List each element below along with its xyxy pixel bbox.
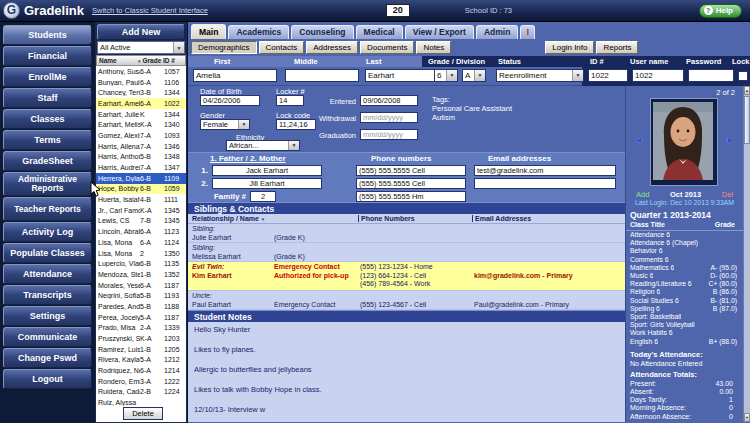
sub-tab-button[interactable]: Demographics <box>191 41 257 54</box>
password-field[interactable] <box>688 69 734 82</box>
scrollbar-thumb[interactable] <box>744 96 750 144</box>
student-row[interactable]: Herrera, Dylan 6-B 1109 <box>96 173 186 184</box>
student-row[interactable]: Mendoza, Steven 1-B 1352 <box>96 269 186 280</box>
student-row[interactable]: Harris, Allena 7-A 1346 <box>96 141 186 152</box>
action-button[interactable]: Login Info <box>545 41 594 54</box>
entered-field[interactable]: 09/06/2008 <box>360 95 418 106</box>
lock-code-field[interactable]: 11,24,16 <box>276 119 316 130</box>
student-row[interactable]: Lewis, CS 7-B 1345 <box>96 216 186 227</box>
student-row[interactable]: Rondero, Emma 3-A 1222 <box>96 376 186 387</box>
family-number-field[interactable]: 2 <box>250 191 276 202</box>
student-row[interactable]: Chancey, Terry D 3-B 1344 <box>96 87 186 98</box>
student-row[interactable]: Ramirez, Luis 1-B 1205 <box>96 344 186 355</box>
contacts-column-name[interactable]: Relationship / Name <box>188 215 358 222</box>
student-row[interactable]: Morales, Yesenia 6-A 1187 <box>96 280 186 291</box>
main-tab[interactable]: Academics <box>228 25 289 39</box>
student-row[interactable]: Perea, Jocelyn 5-A 1187 <box>96 312 186 323</box>
student-row[interactable]: Lincoln, Abraham B 6-A 1123 <box>96 226 186 237</box>
main-tab[interactable]: View / Export <box>405 25 474 39</box>
sidebar-item[interactable]: Attendance <box>3 264 92 284</box>
sidebar-item[interactable]: Activity Log <box>3 222 92 242</box>
sidebar-item[interactable]: Students <box>3 25 92 45</box>
sidebar-item[interactable]: Communicate <box>3 327 92 347</box>
sidebar-item[interactable]: Administrative Reports <box>3 172 92 196</box>
student-row[interactable]: Bunyan, Paul 6-A 1106 <box>96 77 186 88</box>
division-select[interactable]: A <box>462 69 486 82</box>
family-phone-field[interactable]: (555) 555.5555 Hm <box>356 191 466 202</box>
student-row[interactable]: Earhart, Julie K 1344 <box>96 109 186 120</box>
sub-tab-button[interactable]: Addresses <box>306 41 358 54</box>
chevron-down-icon[interactable] <box>572 70 583 81</box>
lock-checkbox[interactable] <box>738 71 748 81</box>
student-notes-area[interactable]: Hello Sky Hunter Likes to fly planes. Al… <box>188 322 625 422</box>
vertical-scrollbar[interactable] <box>743 86 750 422</box>
student-row[interactable]: Lisa, Mona 6-A 1124 <box>96 237 186 248</box>
action-button[interactable]: Reports <box>596 41 638 54</box>
sidebar-item[interactable]: EnrollMe <box>3 67 92 87</box>
column-id[interactable]: ID # <box>163 57 185 64</box>
student-id-field[interactable]: 1022 <box>588 69 628 82</box>
withdrawal-field[interactable]: mm/dd/yyyy <box>360 112 418 123</box>
student-row[interactable]: Jr., Carl Famous K-A 1345 <box>96 205 186 216</box>
parent-phone-field[interactable]: (555) 555.5555 Cell <box>356 165 466 176</box>
student-filter-select[interactable]: All Active <box>97 41 185 54</box>
sidebar-item[interactable]: Populate Classes <box>3 243 92 263</box>
contact-row[interactable]: Sibling: Melissa Earhart (Grade K) <box>188 243 625 262</box>
column-name[interactable]: Name <box>97 57 137 64</box>
locker-field[interactable]: 14 <box>276 95 304 106</box>
ethnicity-select[interactable]: African... <box>226 140 300 151</box>
dob-field[interactable]: 04/26/2006 <box>200 95 260 106</box>
first-name-field[interactable]: Amelia <box>193 69 277 82</box>
parent-phone-field[interactable]: (555) 555.5555 Cell <box>356 178 466 189</box>
sidebar-item[interactable]: Teacher Reports <box>3 197 92 221</box>
chevron-down-icon[interactable] <box>446 70 457 81</box>
contact-row[interactable]: Sibling: Julie Earhart (Grade K) <box>188 224 625 243</box>
chevron-down-icon[interactable] <box>173 42 184 53</box>
grade-select[interactable]: 6 <box>434 69 458 82</box>
student-row[interactable]: Paredes, Andrew 5-B 1188 <box>96 301 186 312</box>
photo-delete-link[interactable]: Del <box>722 190 733 199</box>
student-row[interactable]: Pruszynski, Savanna K-A 1203 <box>96 333 186 344</box>
chevron-down-icon[interactable] <box>474 70 485 81</box>
parent-email-field[interactable]: test@gradelink.com <box>474 165 616 176</box>
username-field[interactable]: 1022 <box>632 69 684 82</box>
student-row[interactable]: Lupercio, Vlani 6-B 1135 <box>96 258 186 269</box>
status-select[interactable]: Reenrollment <box>496 69 584 82</box>
column-grade[interactable]: Grade <box>137 57 163 64</box>
student-row[interactable]: Gomez, Alexis 7-A 1093 <box>96 130 186 141</box>
main-tab[interactable]: Main <box>191 24 226 39</box>
sidebar-item[interactable]: Staff <box>3 88 92 108</box>
student-row[interactable]: Anthony, Susan B 6-A 1057 <box>96 66 186 77</box>
help-button[interactable]: Help <box>699 4 742 18</box>
sidebar-item[interactable]: Settings <box>3 306 92 326</box>
graduation-field[interactable]: mm/dd/yyyy <box>360 129 418 140</box>
student-row[interactable]: Huerta, Isaiah 4-B 1111 <box>96 194 186 205</box>
student-row[interactable]: Earhart, Melissa K-A 1340 <box>96 119 186 130</box>
sub-tab-button[interactable]: Notes <box>416 41 451 54</box>
switch-classic-link[interactable]: Switch to Classic Student Interface <box>92 6 208 15</box>
contact-row[interactable]: Evil Twin: Kim Earhart Emergency Contact… <box>188 262 625 291</box>
parent-email-field[interactable] <box>474 178 616 189</box>
middle-name-field[interactable] <box>285 69 359 82</box>
student-row[interactable]: Ruidera, Caden 2-B 1224 <box>96 387 186 398</box>
scroll-up-icon[interactable] <box>744 86 750 95</box>
chevron-down-icon[interactable] <box>288 141 299 150</box>
sidebar-item[interactable]: Classes <box>3 109 92 129</box>
sidebar-item[interactable]: Financial <box>3 46 92 66</box>
student-row[interactable]: Earhart, Amelia 6-A 1022 <box>96 98 186 109</box>
photo-prev-icon[interactable] <box>634 135 643 145</box>
chevron-down-icon[interactable] <box>238 120 249 129</box>
delete-button[interactable]: Delete <box>123 407 163 420</box>
student-row[interactable]: Harris, Anthony 5-B 1348 <box>96 152 186 163</box>
student-row[interactable]: Rodriguez, Noelle 6-A 1214 <box>96 365 186 376</box>
photo-next-icon[interactable] <box>726 135 735 145</box>
gender-select[interactable]: Female <box>200 119 250 130</box>
sub-tab-button[interactable]: Documents <box>360 41 414 54</box>
main-tab[interactable]: Counseling <box>291 25 353 39</box>
student-row[interactable]: Harris, Audrena 7-A 1347 <box>96 162 186 173</box>
parent-name-field[interactable]: Jack Earhart <box>212 165 322 176</box>
main-tab[interactable]: Admin <box>476 25 518 39</box>
sidebar-item[interactable]: Logout <box>3 369 92 389</box>
sidebar-item[interactable]: Change Pswd <box>3 348 92 368</box>
contact-row[interactable]: Uncle: Paul Earhart Emergency Contact (5… <box>188 291 625 310</box>
